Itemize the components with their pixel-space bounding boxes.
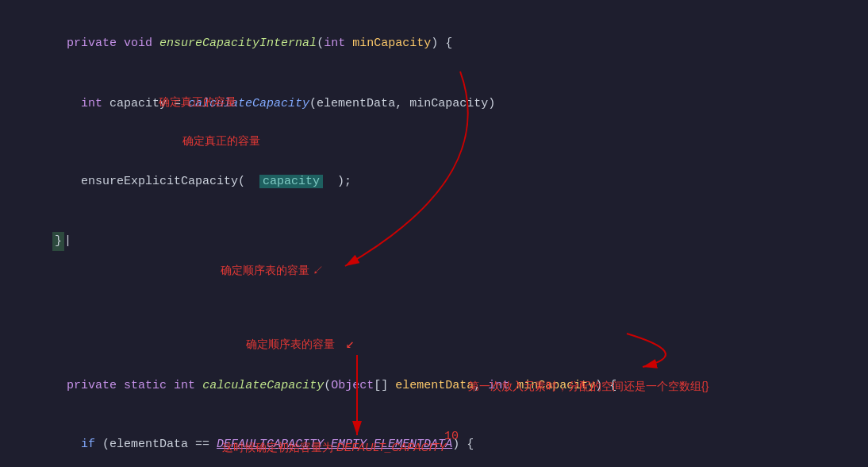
spacer: [24, 271, 844, 334]
code-line-b2-1: private static int calculateCapacity(Obj…: [24, 357, 844, 415]
annotation-seq-capacity-abs: 确定顺序表的容量 ↙: [221, 264, 324, 278]
annotation-sequence-capacity: 确定顺序表的容量 ↙: [246, 334, 844, 357]
code-editor: private void ensureCapacityInternal(int …: [0, 0, 868, 467]
annotation-true-capacity-abs: 确定真正的容量: [159, 95, 236, 110]
annotation-num-10-abs: 10: [444, 429, 459, 443]
code-line-1: private void ensureCapacityInternal(int …: [24, 14, 844, 73]
annotation-true-capacity: 确定真正的容量: [182, 134, 260, 149]
code-line-4: ensureExplicitCapacity( capacity );: [24, 153, 844, 212]
code-line-5: }|: [24, 212, 844, 271]
annotation-empty-array-abs: 第一次放入元素时，分配的空间还是一个空数组{}: [468, 380, 709, 394]
annotation-default-cap-abs: 这时候确定初始容量为 DEFAULT_CAPACITY: [222, 441, 446, 455]
annotation-line: 确定真正的容量: [24, 134, 844, 153]
code-line-2: int capacity = calculateCapacity(element…: [24, 75, 844, 133]
